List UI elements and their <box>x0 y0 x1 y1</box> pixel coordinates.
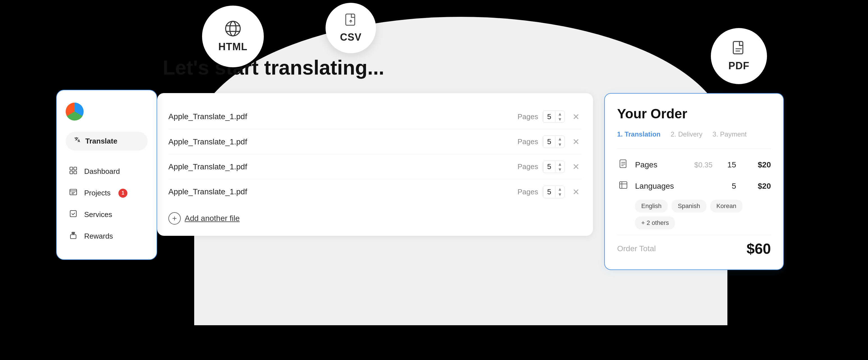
panels-row: Apple_Translate_1.pdf Pages 5 ▲ ▼ ✕ Appl… <box>157 93 784 270</box>
order-line-languages: Languages 5 $20 <box>617 175 771 197</box>
format-badge-html: HTML <box>202 6 264 67</box>
file-row: Apple_Translate_1.pdf Pages 5 ▲ ▼ ✕ <box>168 155 582 179</box>
order-line-pages: Pages $0.35 15 $20 <box>617 154 771 175</box>
dashboard-icon <box>68 166 79 177</box>
chevron-up-icon[interactable]: ▲ <box>558 136 562 141</box>
add-file-icon: + <box>168 212 181 225</box>
svg-point-0 <box>226 21 240 36</box>
sidebar-item-label: Rewards <box>84 232 113 240</box>
file-pages-control[interactable]: 5 ▲ ▼ <box>543 135 565 148</box>
files-panel: Apple_Translate_1.pdf Pages 5 ▲ ▼ ✕ Appl… <box>157 93 593 236</box>
pages-qty: 15 <box>725 160 736 169</box>
pages-price: $20 <box>748 160 771 169</box>
file-pages-control[interactable]: 5 ▲ ▼ <box>543 110 565 123</box>
svg-rect-4 <box>346 14 355 25</box>
sidebar-item-rewards[interactable]: Rewards <box>66 225 148 247</box>
file-pages-value: 5 <box>543 161 555 172</box>
pages-label: Pages <box>635 160 689 169</box>
order-panel: Your Order 1. Translation 2. Delivery 3.… <box>604 93 784 270</box>
file-remove-button[interactable]: ✕ <box>570 186 582 198</box>
svg-rect-11 <box>74 171 76 174</box>
file-pages-label: Pages <box>518 112 538 121</box>
html-globe-icon <box>224 20 241 39</box>
add-file-row[interactable]: + Add another file <box>168 212 582 225</box>
file-pages-control[interactable]: 5 ▲ ▼ <box>543 186 565 198</box>
file-remove-button[interactable]: ✕ <box>570 161 582 173</box>
chevron-down-icon[interactable]: ▼ <box>558 167 562 172</box>
order-divider <box>617 148 771 149</box>
csv-icon <box>343 13 358 30</box>
order-title: Your Order <box>617 106 771 121</box>
file-pages-label: Pages <box>518 162 538 171</box>
projects-badge: 1 <box>118 189 127 198</box>
sidebar-item-label: Services <box>84 210 112 219</box>
file-name: Apple_Translate_1.pdf <box>168 162 518 171</box>
order-steps: 1. Translation 2. Delivery 3. Payment <box>617 130 771 138</box>
file-name: Apple_Translate_1.pdf <box>168 137 518 146</box>
chevron-down-icon[interactable]: ▼ <box>558 192 562 197</box>
pages-unit-price: $0.35 <box>694 161 713 169</box>
order-total-value: $60 <box>746 240 771 257</box>
svg-rect-5 <box>733 41 743 54</box>
languages-price: $20 <box>748 182 771 191</box>
svg-rect-9 <box>74 167 76 170</box>
language-tag: Korean <box>710 200 743 212</box>
file-pages-value: 5 <box>543 187 555 197</box>
order-total-label: Order Total <box>617 244 656 253</box>
language-tag: + 2 others <box>635 217 675 229</box>
html-label: HTML <box>218 41 248 53</box>
languages-qty: 5 <box>725 182 736 191</box>
pdf-icon <box>731 40 747 58</box>
pages-stepper[interactable]: ▲ ▼ <box>555 136 564 148</box>
order-step-translation[interactable]: 1. Translation <box>617 130 661 138</box>
file-pages-label: Pages <box>518 188 538 196</box>
order-step-delivery[interactable]: 2. Delivery <box>671 130 703 138</box>
chevron-up-icon[interactable]: ▲ <box>558 187 562 192</box>
file-pages-value: 5 <box>543 136 555 147</box>
sidebar-item-dashboard[interactable]: Dashboard <box>66 161 148 182</box>
page-title: Let's start translating... <box>163 56 784 79</box>
file-pages-value: 5 <box>543 111 555 122</box>
chevron-up-icon[interactable]: ▲ <box>558 162 562 167</box>
projects-icon <box>68 188 79 198</box>
format-badge-pdf: PDF <box>711 28 767 84</box>
sidebar-logo <box>66 103 148 121</box>
file-pages-control[interactable]: 5 ▲ ▼ <box>543 161 565 173</box>
main-content: Let's start translating... Apple_Transla… <box>157 56 784 270</box>
sidebar-item-services[interactable]: Services <box>66 204 148 225</box>
pages-stepper[interactable]: ▲ ▼ <box>555 111 564 123</box>
sidebar-item-label: Dashboard <box>84 167 120 176</box>
svg-rect-22 <box>620 182 627 188</box>
app-logo <box>66 103 84 121</box>
file-remove-button[interactable]: ✕ <box>570 111 582 123</box>
chevron-up-icon[interactable]: ▲ <box>558 111 562 117</box>
languages-label: Languages <box>635 182 707 191</box>
format-badge-csv: CSV <box>326 3 376 53</box>
svg-rect-10 <box>70 171 73 174</box>
sidebar-item-projects[interactable]: Projects 1 <box>66 182 148 204</box>
languages-icon <box>617 181 629 192</box>
csv-label: CSV <box>340 31 362 43</box>
pages-stepper[interactable]: ▲ ▼ <box>555 161 564 173</box>
file-pages-label: Pages <box>518 137 538 146</box>
language-tags: EnglishSpanishKorean+ 2 others <box>635 200 771 229</box>
order-step-payment[interactable]: 3. Payment <box>713 130 746 138</box>
svg-point-1 <box>230 21 236 36</box>
svg-rect-16 <box>70 210 76 217</box>
file-name: Apple_Translate_1.pdf <box>168 112 518 121</box>
svg-rect-8 <box>70 167 73 170</box>
translate-button[interactable]: Translate <box>66 132 148 151</box>
add-file-label[interactable]: Add another file <box>185 214 240 223</box>
svg-rect-17 <box>70 235 76 239</box>
chevron-down-icon[interactable]: ▼ <box>558 117 562 122</box>
order-total-row: Order Total $60 <box>617 235 771 257</box>
pdf-label: PDF <box>728 60 750 72</box>
file-row: Apple_Translate_1.pdf Pages 5 ▲ ▼ ✕ <box>168 104 582 129</box>
pages-stepper[interactable]: ▲ ▼ <box>555 186 564 198</box>
file-row: Apple_Translate_1.pdf Pages 5 ▲ ▼ ✕ <box>168 129 582 154</box>
chevron-down-icon[interactable]: ▼ <box>558 142 562 147</box>
translate-icon <box>73 136 82 146</box>
file-row: Apple_Translate_1.pdf Pages 5 ▲ ▼ ✕ <box>168 179 582 204</box>
file-remove-button[interactable]: ✕ <box>570 136 582 148</box>
sidebar-item-label: Projects <box>84 189 111 197</box>
